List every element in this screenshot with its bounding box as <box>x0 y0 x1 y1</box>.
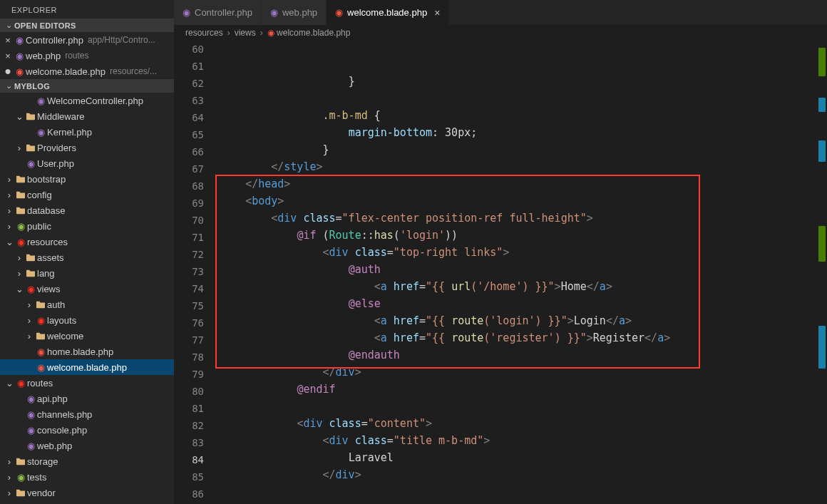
file-icon: ◉ <box>24 425 37 436</box>
code-line[interactable]: <a href="{{ url('/home') }}">Home</a> <box>220 278 827 295</box>
code-line[interactable]: @auth <box>220 261 827 278</box>
file-item[interactable]: ·◉channels.php <box>0 406 174 422</box>
close-icon[interactable]: × <box>3 35 13 46</box>
item-label: assets <box>37 252 64 263</box>
open-editor-item[interactable]: ×◉Controller.phpapp/Http/Contro... <box>0 32 174 48</box>
folder-item[interactable]: ›welcome <box>0 328 174 344</box>
file-icon: ◉ <box>24 441 37 451</box>
folder-item[interactable]: ›◉tests <box>0 469 174 485</box>
line-number: 76 <box>174 314 204 331</box>
code-line[interactable]: </div> <box>220 466 827 483</box>
open-editors-label: OPEN EDITORS <box>14 21 76 30</box>
line-number: 67 <box>174 160 204 178</box>
close-icon[interactable]: × <box>3 51 13 61</box>
code-line[interactable]: @endif <box>220 381 827 398</box>
close-icon[interactable]: × <box>434 7 440 19</box>
code-content[interactable]: } .m-b-md { margin-bottom: 30px; } </sty… <box>220 41 827 504</box>
code-line[interactable]: </div> <box>220 364 827 381</box>
open-editors-header[interactable]: ⌄ OPEN EDITORS <box>0 19 174 32</box>
item-label: home.blade.php <box>47 346 113 357</box>
code-line[interactable]: <div class="content"> <box>220 415 827 432</box>
folder-item[interactable]: ›config <box>0 187 174 202</box>
code-line[interactable]: <div class="title m-b-md"> <box>220 432 827 449</box>
file-item[interactable]: ·◉Kernel.php <box>0 124 174 140</box>
line-number: 74 <box>174 280 204 297</box>
folder-item[interactable]: ›bootstrap <box>0 171 174 187</box>
breadcrumb-item[interactable]: resources <box>185 28 223 38</box>
file-item[interactable]: ·◉User.php <box>0 155 174 171</box>
line-number: 65 <box>174 126 204 143</box>
code-line[interactable]: @endauth <box>220 346 827 364</box>
line-gutter: 6061626364656667686970717273747576777879… <box>174 41 220 504</box>
code-line[interactable]: <body> <box>220 192 827 210</box>
chevron-right-icon: › <box>4 205 14 216</box>
line-number: 71 <box>174 229 204 246</box>
folder-item[interactable]: ›Providers <box>0 140 174 155</box>
file-item[interactable]: ·◉api.php <box>0 391 174 406</box>
code-line[interactable]: <a href="{{ route('register') }}">Regist… <box>220 329 827 346</box>
chevron-down-icon: ⌄ <box>4 378 14 389</box>
dirty-indicator-icon: ● <box>3 68 13 75</box>
code-line[interactable]: Laravel <box>220 449 827 466</box>
code-line[interactable]: @if (Route::has('login')) <box>220 227 827 244</box>
item-label: channels.php <box>37 409 92 420</box>
file-item[interactable]: ·◉home.blade.php <box>0 344 174 359</box>
editor-tab[interactable]: ◉welcome.blade.php× <box>327 0 449 25</box>
code-line[interactable]: @else <box>220 295 827 312</box>
explorer-sidebar: EXPLORER ⌄ OPEN EDITORS ×◉Controller.php… <box>0 0 174 504</box>
minimap[interactable] <box>813 41 827 504</box>
file-path: app/Http/Contro... <box>88 35 155 45</box>
file-item[interactable]: ·◉web.php <box>0 438 174 453</box>
code-line[interactable] <box>220 483 827 500</box>
folder-item[interactable]: ›◉public <box>0 218 174 234</box>
explorer-title: EXPLORER <box>0 0 174 19</box>
editor-tab[interactable]: ◉web.php <box>262 0 327 25</box>
code-line[interactable]: </head> <box>220 175 827 192</box>
folder-item[interactable]: ›auth <box>0 297 174 312</box>
file-name: web.php <box>26 51 61 61</box>
folder-item[interactable]: ›storage <box>0 453 174 469</box>
file-item[interactable]: ·◉welcome.blade.php <box>0 359 174 375</box>
breadcrumb-item[interactable]: views <box>235 28 256 38</box>
folder-item[interactable]: ›◉layouts <box>0 312 174 328</box>
tab-label: welcome.blade.php <box>347 7 427 18</box>
folder-item[interactable]: ›vendor <box>0 485 174 500</box>
item-label: tests <box>27 472 46 483</box>
code-line[interactable]: } <box>220 73 827 90</box>
folder-icon <box>14 488 27 497</box>
project-header[interactable]: ⌄ MYBLOG <box>0 79 174 93</box>
folder-item[interactable]: ›lang <box>0 265 174 281</box>
folder-item[interactable]: ›assets <box>0 250 174 265</box>
code-line[interactable]: <a href="{{ route('login') }}">Login</a> <box>220 312 827 329</box>
file-item[interactable]: ·◉console.php <box>0 422 174 438</box>
item-label: welcome <box>47 331 83 341</box>
folder-item[interactable]: ⌄◉views <box>0 281 174 297</box>
code-line[interactable]: <div class="top-right links"> <box>220 244 827 261</box>
code-line[interactable]: <div class="flex-center position-ref ful… <box>220 210 827 227</box>
code-line[interactable]: </style> <box>220 158 827 175</box>
editor-tab[interactable]: ◉Controller.php <box>174 0 262 25</box>
code-line[interactable]: <div class="links"> <box>220 500 827 504</box>
code-line[interactable]: .m-b-md { <box>220 107 827 124</box>
open-editor-item[interactable]: ●◉welcome.blade.phpresources/... <box>0 63 174 79</box>
folder-item[interactable]: ⌄◉routes <box>0 375 174 391</box>
line-number: 79 <box>174 366 204 383</box>
code-line[interactable] <box>220 398 827 415</box>
folder-item[interactable]: ⌄◉resources <box>0 234 174 250</box>
editor-area[interactable]: 6061626364656667686970717273747576777879… <box>174 41 827 504</box>
folder-item[interactable]: ›database <box>0 202 174 218</box>
item-label: Providers <box>37 143 76 153</box>
code-line[interactable] <box>220 90 827 107</box>
folder-item[interactable]: ⌄Middleware <box>0 108 174 124</box>
line-number: 80 <box>174 383 204 400</box>
code-line[interactable]: } <box>220 141 827 158</box>
item-label: Kernel.php <box>47 127 92 138</box>
breadcrumb-item[interactable]: ◉ welcome.blade.php <box>267 28 351 38</box>
open-editor-item[interactable]: ×◉web.phproutes <box>0 48 174 63</box>
chevron-right-icon: › <box>24 299 34 310</box>
code-line[interactable]: margin-bottom: 30px; <box>220 124 827 141</box>
item-label: welcome.blade.php <box>47 362 127 373</box>
breadcrumbs[interactable]: resources›views›◉ welcome.blade.php <box>174 25 827 41</box>
file-item[interactable]: ·◉WelcomeController.php <box>0 93 174 108</box>
file-icon: ◉ <box>335 7 343 18</box>
